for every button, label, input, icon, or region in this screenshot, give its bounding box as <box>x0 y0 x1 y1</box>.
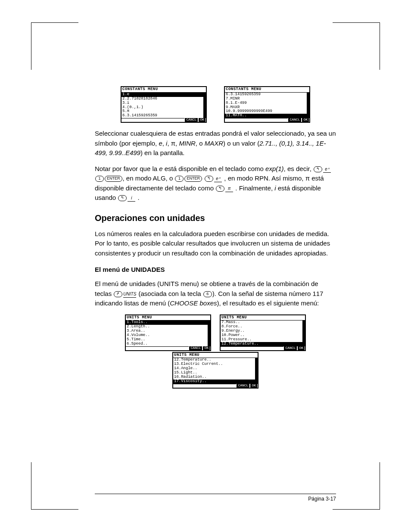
softkey-cancel: CANCL <box>189 346 202 350</box>
paragraph-2: Notar por favor que la e está disponible… <box>95 164 336 203</box>
crop-mark-tl <box>31 22 78 70</box>
enter-key: ENTER <box>105 176 122 182</box>
constants-menu-1: CONSTANTS MENU 1.e 2.2.71828182846 3.i 4… <box>121 86 207 123</box>
softkey-row: CANCL OK <box>221 346 305 350</box>
one-key: 1 <box>95 176 104 182</box>
softkey-ok: OK <box>250 384 257 388</box>
list-item: 4.(0.,1.) <box>121 106 203 110</box>
crop-mark-bl <box>31 462 78 510</box>
softkey-cancel: CANCL <box>288 118 301 122</box>
enter-key: ENTER <box>184 176 202 182</box>
softkey-row: CANCL OK <box>126 346 210 350</box>
list-item: 12.Temperature.. <box>221 342 302 346</box>
page-footer: Página 3-17 <box>95 494 336 502</box>
paragraph-3: Los números reales en la calculadora pue… <box>95 229 336 258</box>
heading-menu-unidades: El menú de UNIDADES <box>95 266 336 273</box>
crop-mark-br <box>333 462 380 510</box>
paragraph-1: Seleccionar cualesquiera de estas entrad… <box>95 129 336 158</box>
list-item: 17.Viscosity.. <box>173 380 255 384</box>
lcd-title: CONSTANTS MENU <box>225 87 309 93</box>
units-menu-1: UNITS MENU 1.Tools.. 2.Length.. 3.Area..… <box>125 314 211 351</box>
heading-operaciones: Operaciones con unidades <box>95 213 336 223</box>
softkey-ok: OK <box>302 118 309 122</box>
crop-mark-tr <box>333 22 380 70</box>
units-figures: UNITS MENU 1.Tools.. 2.Length.. 3.Area..… <box>95 314 336 389</box>
constants-figures: CONSTANTS MENU 1.e 2.2.71828182846 3.i 4… <box>95 86 336 123</box>
units-menu-2: UNITS MENU 7.Mass.. 8.Force.. 9.Energy..… <box>220 314 306 351</box>
list-item: 6.3.14159265359 <box>121 114 203 118</box>
softkey-ok: OK <box>298 346 305 350</box>
list-item: 2.2.71828182846 <box>121 97 203 101</box>
i-key-label: i <box>128 195 135 202</box>
softkey-ok: OK <box>199 118 206 122</box>
softkey-cancel: CANCL <box>284 346 297 350</box>
softkey-row: CANCL OK <box>225 118 309 122</box>
pi-key-label: π <box>225 185 233 192</box>
list-item: 6.Speed.. <box>126 342 208 346</box>
six-key: 6 <box>203 291 212 297</box>
list-item: 11.MATH.. <box>225 114 307 118</box>
right-shift-key-icon: ↱ <box>114 291 122 297</box>
one-key: 1 <box>175 176 184 182</box>
left-shift-key-icon: ↰ <box>216 186 224 192</box>
softkey-ok: OK <box>203 346 210 350</box>
lcd-title: CONSTANTS MENU <box>121 87 206 93</box>
ex-key-label: eˣ <box>214 175 222 182</box>
page-content: CONSTANTS MENU 1.e 2.2.71828182846 3.i 4… <box>95 86 336 389</box>
left-shift-key-icon: ↰ <box>118 195 127 201</box>
softkey-cancel: CANCL <box>185 118 198 122</box>
units-menu-3: UNITS MENU 12.Temperature.. 13.Electric … <box>172 352 258 389</box>
paragraph-4: El menú de unidades (UNITS menu) se obti… <box>95 279 336 308</box>
ex-key-label: eˣ <box>323 166 331 173</box>
softkey-row: CANCL OK <box>121 118 206 122</box>
softkey-row: CANCL OK <box>173 384 258 388</box>
units-key-label: UNITS <box>123 291 136 298</box>
left-shift-key-icon: ↰ <box>314 166 322 172</box>
left-shift-key-icon: ↰ <box>205 176 213 182</box>
softkey-cancel: CANCL <box>237 384 249 388</box>
constants-menu-2: CONSTANTS MENU 6.3.14159265359 7.MINR 8.… <box>224 86 310 123</box>
